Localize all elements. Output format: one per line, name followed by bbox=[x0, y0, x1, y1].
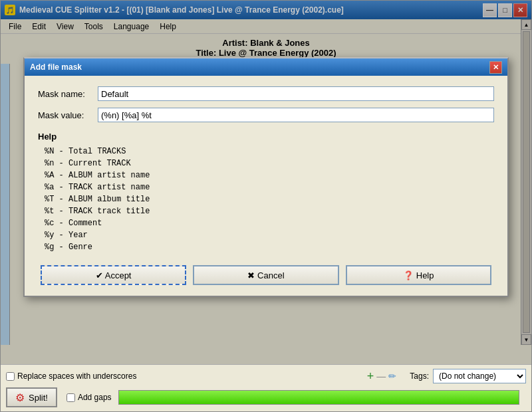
help-button[interactable]: ❓ Help bbox=[346, 265, 491, 285]
replace-spaces-wrapper: Replace spaces with underscores bbox=[6, 371, 136, 381]
add-gaps-wrapper: Add gaps bbox=[66, 393, 112, 402]
remove-icon[interactable]: — bbox=[376, 371, 386, 381]
tags-label: Tags: bbox=[410, 371, 429, 381]
help-item-7: %y - Year bbox=[38, 231, 494, 240]
add-gaps-checkbox[interactable] bbox=[66, 393, 75, 402]
toolbar-row2: ⚙ Split! Add gaps bbox=[6, 387, 526, 407]
split-icon: ⚙ bbox=[15, 391, 25, 404]
replace-spaces-label: Replace spaces with underscores bbox=[17, 371, 136, 381]
dialog-title-bar: Add file mask ✕ bbox=[25, 58, 507, 76]
help-item-3: %a - TRACK artist name bbox=[38, 183, 494, 192]
mask-value-row: Mask value: bbox=[38, 108, 494, 122]
help-item-0: %N - Total TRACKS bbox=[38, 147, 494, 156]
help-section: Help %N - Total TRACKS %n - Current TRAC… bbox=[38, 132, 494, 252]
accept-button[interactable]: ✔ Accept bbox=[41, 265, 186, 285]
progress-bar bbox=[118, 390, 519, 405]
dialog-body: Mask name: Mask value: Help %N - Total T… bbox=[25, 76, 507, 296]
mask-name-row: Mask name: bbox=[38, 86, 494, 101]
dialog-title: Add file mask bbox=[30, 62, 489, 72]
help-item-2: %A - ALBUM artist name bbox=[38, 171, 494, 180]
main-window: 🎵 Medieval CUE Splitter v1.2 - [(01) [Bl… bbox=[0, 0, 532, 412]
progress-bar-fill bbox=[119, 391, 519, 404]
dialog-add-file-mask: Add file mask ✕ Mask name: Mask value: H… bbox=[23, 57, 509, 297]
split-btn-label: Split! bbox=[29, 393, 48, 403]
tags-section: Tags: (Do not change) bbox=[410, 369, 526, 383]
help-item-5: %t - TRACK track title bbox=[38, 207, 494, 216]
cancel-button[interactable]: ✖ Cancel bbox=[193, 265, 338, 285]
toolbar-row1: Replace spaces with underscores + — ✏ Ta… bbox=[6, 369, 526, 383]
edit-icon[interactable]: ✏ bbox=[388, 371, 396, 381]
add-icon[interactable]: + bbox=[367, 370, 374, 382]
dialog-close-button[interactable]: ✕ bbox=[489, 61, 502, 74]
mask-name-input[interactable] bbox=[98, 86, 494, 101]
mask-name-label: Mask name: bbox=[38, 89, 98, 99]
add-gaps-label: Add gaps bbox=[78, 393, 112, 402]
help-title: Help bbox=[38, 132, 494, 142]
dialog-buttons: ✔ Accept ✖ Cancel ❓ Help bbox=[38, 265, 494, 285]
bottom-toolbar: Replace spaces with underscores + — ✏ Ta… bbox=[1, 364, 531, 411]
toolbar-icons: + — ✏ bbox=[367, 370, 397, 382]
help-item-4: %T - ALBUM album title bbox=[38, 195, 494, 204]
help-item-6: %c - Comment bbox=[38, 219, 494, 228]
help-item-1: %n - Current TRACK bbox=[38, 159, 494, 168]
mask-value-input[interactable] bbox=[98, 108, 494, 122]
modal-overlay: Add file mask ✕ Mask name: Mask value: H… bbox=[1, 1, 531, 411]
help-item-8: %g - Genre bbox=[38, 243, 494, 252]
replace-spaces-checkbox[interactable] bbox=[6, 372, 15, 381]
split-button[interactable]: ⚙ Split! bbox=[6, 387, 57, 407]
tags-select[interactable]: (Do not change) bbox=[433, 369, 526, 383]
mask-value-label: Mask value: bbox=[38, 110, 98, 120]
